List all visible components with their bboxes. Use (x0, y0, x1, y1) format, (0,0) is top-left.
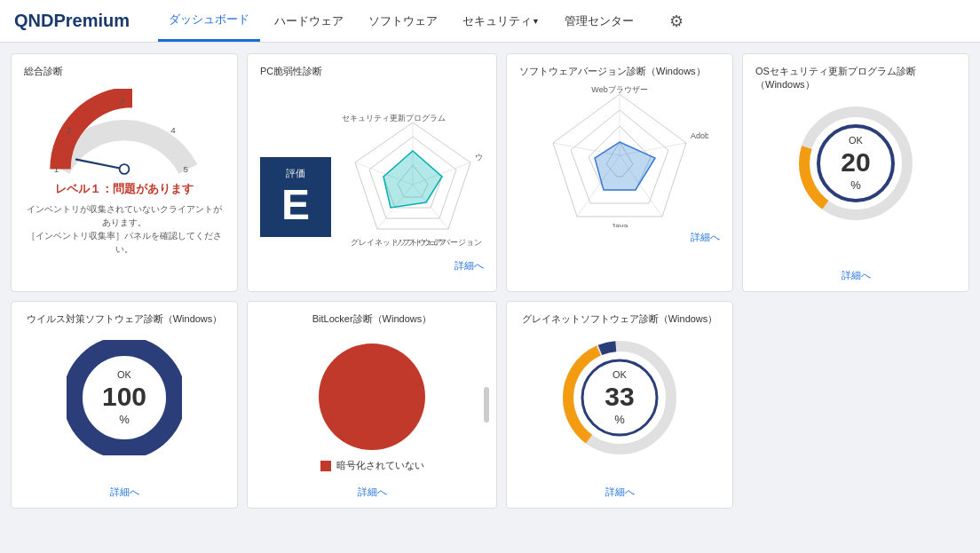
card-greynet-title: グレイネットソフトウェア診断（Windows） (522, 312, 718, 326)
grade-value: E (281, 184, 310, 226)
bitlocker-circle (319, 344, 425, 450)
svg-text:5: 5 (184, 164, 189, 174)
os-update-link[interactable]: 詳細へ (842, 269, 871, 282)
svg-text:ウイルス対策ソフトウェア: ウイルス対策ソフトウェア (475, 153, 484, 162)
nav: ダッシュボード ハードウェア ソフトウェア セキュリティ 管理センター (158, 0, 644, 42)
card-sw-version: ソフトウェアバージョン診断（Windows） Webブラウザー Adobe (506, 53, 733, 292)
donut-greynet-text: OK 33 % (605, 369, 634, 427)
card-general-title: 総合診断 (24, 65, 225, 78)
greynet-link[interactable]: 詳細へ (605, 486, 635, 499)
settings-icon[interactable]: ⚙ (669, 12, 684, 31)
gauge-level: レベル１：問題があります (55, 181, 194, 197)
gauge-desc: インベントリが収集されていないクライアントがあります。 ［インベントリ収集率］パ… (24, 202, 225, 256)
nav-security[interactable]: セキュリティ (452, 0, 550, 42)
donut-av: OK 100 % (67, 340, 182, 455)
svg-text:OSセキュリティ更新プログラム: OSセキュリティ更新プログラム (342, 114, 446, 122)
card-general: 総合診断 1 2 3 4 5 レベル１：問題があります インベントリが収集されて… (11, 53, 238, 292)
card-os-title: OSセキュリティ更新プログラム診断（Windows） (755, 65, 956, 91)
nav-software[interactable]: ソフトウェア (358, 0, 448, 42)
sw-radar: Webブラウザー Adobe Java (531, 85, 708, 227)
svg-text:Webブラウザー: Webブラウザー (591, 85, 647, 94)
svg-text:1: 1 (54, 164, 59, 174)
nav-dashboard[interactable]: ダッシュボード (158, 0, 260, 42)
donut-os: OK 20 % (798, 106, 913, 221)
svg-marker-30 (595, 142, 655, 190)
legend-square (320, 461, 331, 471)
card-greynet: グレイネットソフトウェア診断（Windows） OK 33 % 詳細へ (506, 301, 733, 509)
donut-av-text: OK 100 % (102, 369, 146, 427)
radar-container: OSセキュリティ更新プログラム ウイルス対策ソフトウェア ソフトウェアバージョン… (342, 114, 484, 273)
gauge-svg: 1 2 3 4 5 (44, 89, 204, 178)
logo-blue: Premium (53, 11, 130, 30)
card-bitlocker: BitLocker診断（Windows） 暗号化されていない 詳細へ (247, 301, 497, 509)
card-antivirus: ウイルス対策ソフトウェア診断（Windows） OK 100 % 詳細へ (11, 301, 238, 509)
svg-text:4: 4 (170, 125, 176, 135)
svg-text:3: 3 (120, 96, 125, 106)
svg-text:Java: Java (611, 222, 628, 227)
donut-os-text: OK 20 % (841, 135, 870, 193)
gauge-container: 1 2 3 4 5 レベル１：問題があります インベントリが収集されていないクラ… (24, 85, 225, 280)
sw-link[interactable]: 詳細へ (691, 231, 720, 244)
card-vuln: PC脆弱性診断 評価 E (247, 53, 497, 292)
donut-greynet: OK 33 % (562, 340, 677, 455)
svg-line-5 (76, 160, 124, 170)
logo-red: QND (14, 11, 53, 30)
av-link[interactable]: 詳細へ (110, 486, 139, 499)
grade-label: 評価 (286, 167, 305, 180)
bitlocker-scrollbar[interactable] (484, 387, 489, 423)
card-os-update: OSセキュリティ更新プログラム診断（Windows） OK 20 % 詳細へ (742, 53, 969, 292)
sw-radar-container: Webブラウザー Adobe Java 詳細へ (519, 85, 720, 244)
header: QNDPremium ダッシュボード ハードウェア ソフトウェア セキュリティ … (0, 0, 980, 43)
nav-admin[interactable]: 管理センター (554, 0, 644, 42)
bitlocker-link[interactable]: 詳細へ (358, 486, 387, 499)
svg-text:2: 2 (67, 125, 72, 135)
svg-text:グレイネットソフトウェア: グレイネットソフトウェア (351, 238, 447, 247)
card-av-title: ウイルス対策ソフトウェア診断（Windows） (27, 312, 223, 326)
vuln-link[interactable]: 詳細へ (454, 259, 484, 273)
bitlocker-legend: 暗号化されていない (320, 459, 424, 472)
card-sw-title: ソフトウェアバージョン診断（Windows） (519, 65, 720, 78)
logo: QNDPremium (14, 11, 130, 31)
card-vuln-title: PC脆弱性診断 (260, 65, 484, 78)
nav-hardware[interactable]: ハードウェア (264, 0, 354, 42)
card-bitlocker-title: BitLocker診断（Windows） (312, 312, 431, 326)
grade-box: 評価 E (260, 157, 331, 237)
vuln-inner: 評価 E (260, 85, 484, 301)
svg-point-6 (120, 164, 130, 174)
dashboard: 総合診断 1 2 3 4 5 レベル１：問題があります インベントリが収集されて… (0, 43, 980, 519)
vuln-radar: OSセキュリティ更新プログラム ウイルス対策ソフトウェア ソフトウェアバージョン… (342, 114, 484, 256)
svg-text:Adobe: Adobe (691, 131, 708, 140)
